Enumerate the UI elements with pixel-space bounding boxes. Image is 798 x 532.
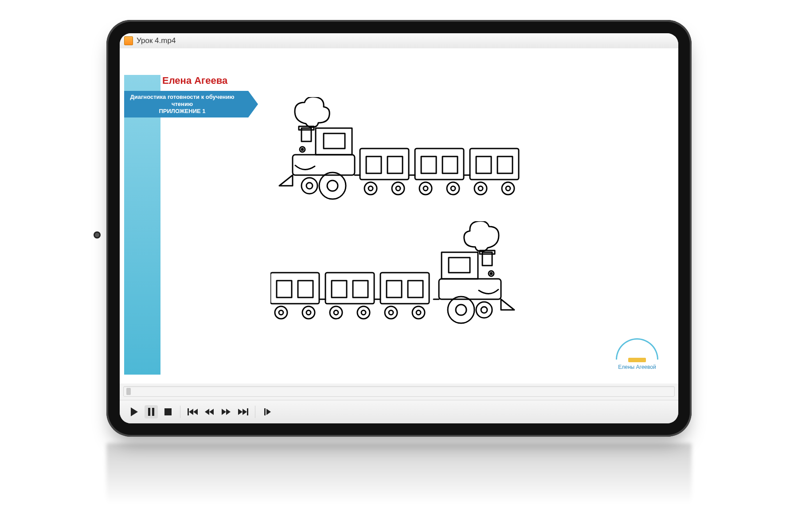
svg-rect-36 [277,281,292,297]
svg-point-65 [476,302,492,318]
svg-rect-42 [325,273,374,304]
svg-point-9 [319,172,346,199]
previous-track-button[interactable] [186,405,199,419]
svg-rect-29 [497,156,512,173]
svg-point-32 [502,182,514,195]
frame-step-icon [264,408,271,415]
svg-rect-51 [387,281,402,297]
svg-rect-3 [324,133,345,149]
side-stripe [124,75,160,375]
slide-content: Елена Агеева Диагностика готовности к об… [124,75,674,379]
svg-rect-35 [270,273,319,304]
window-title: Урок 4.mp4 [137,36,176,45]
separator [180,406,180,418]
svg-point-33 [506,186,510,191]
separator [255,406,255,418]
play-button[interactable] [128,405,141,419]
fast-forward-button[interactable] [219,405,233,419]
svg-point-48 [361,310,366,315]
svg-rect-27 [470,149,519,180]
svg-point-53 [385,306,397,319]
svg-rect-20 [421,156,436,173]
file-icon [124,36,133,45]
stop-button[interactable] [161,405,175,419]
pause-button[interactable] [145,405,158,419]
window-titlebar: Урок 4.mp4 [120,33,678,49]
seek-bar[interactable] [123,386,675,397]
stop-icon [164,408,172,415]
skip-forward-icon [238,408,248,415]
svg-point-67 [448,297,474,323]
svg-point-6 [301,149,303,150]
svg-point-10 [327,180,338,191]
svg-point-22 [419,182,432,195]
skip-back-icon [188,408,198,415]
svg-point-25 [451,186,455,191]
svg-point-30 [474,182,487,195]
next-track-button[interactable] [236,405,250,419]
svg-point-7 [301,178,317,194]
svg-rect-37 [298,281,313,297]
svg-point-15 [368,186,373,191]
pause-icon [148,408,154,416]
svg-rect-52 [408,281,423,297]
svg-point-39 [279,310,283,315]
svg-rect-21 [442,156,458,173]
svg-point-17 [396,186,400,191]
svg-point-31 [478,186,483,191]
svg-rect-4 [293,155,355,175]
seek-thumb[interactable] [126,388,131,395]
brand-caption: Елены Агеевой [613,364,661,370]
svg-rect-43 [332,281,347,297]
svg-rect-28 [476,156,491,173]
svg-point-41 [306,310,311,315]
tablet-camera [95,233,99,237]
player-controls [120,400,678,423]
svg-rect-61 [449,258,470,273]
svg-rect-50 [380,273,429,304]
frame-step-button[interactable] [261,405,274,419]
slide-illustration [173,93,661,361]
play-icon [131,407,138,416]
brand-logo: Елены Агеевой [613,338,661,370]
svg-rect-62 [439,279,501,299]
app-window: Урок 4.mp4 Елена Агеева Диагностика гото… [120,33,678,423]
svg-point-66 [481,307,487,313]
svg-point-55 [412,306,425,319]
svg-point-64 [490,273,492,274]
svg-point-24 [447,182,459,195]
tablet-reflection [106,443,692,519]
svg-point-46 [334,310,338,315]
svg-point-68 [456,305,466,315]
svg-point-40 [302,306,315,319]
rewind-icon [205,409,214,415]
svg-rect-2 [316,128,352,155]
svg-point-45 [330,306,342,319]
train-illustration-top [275,97,523,214]
rewind-button[interactable] [203,405,216,419]
svg-point-14 [364,182,377,195]
svg-point-54 [389,310,393,315]
svg-rect-12 [366,156,381,173]
svg-point-38 [275,306,287,319]
svg-point-16 [392,182,404,195]
slide-author: Елена Агеева [162,75,227,86]
fast-forward-icon [222,409,231,415]
svg-point-47 [357,306,370,319]
svg-rect-19 [415,149,464,180]
tablet-frame: Урок 4.mp4 Елена Агеева Диагностика гото… [106,20,692,437]
svg-point-8 [306,183,313,189]
svg-rect-13 [387,156,403,173]
svg-rect-44 [353,281,368,297]
svg-point-56 [416,310,421,315]
svg-point-23 [423,186,428,191]
video-viewport[interactable]: Елена Агеева Диагностика готовности к об… [120,48,678,383]
svg-rect-11 [360,149,409,180]
train-illustration-bottom [270,221,532,338]
svg-rect-60 [442,252,478,279]
